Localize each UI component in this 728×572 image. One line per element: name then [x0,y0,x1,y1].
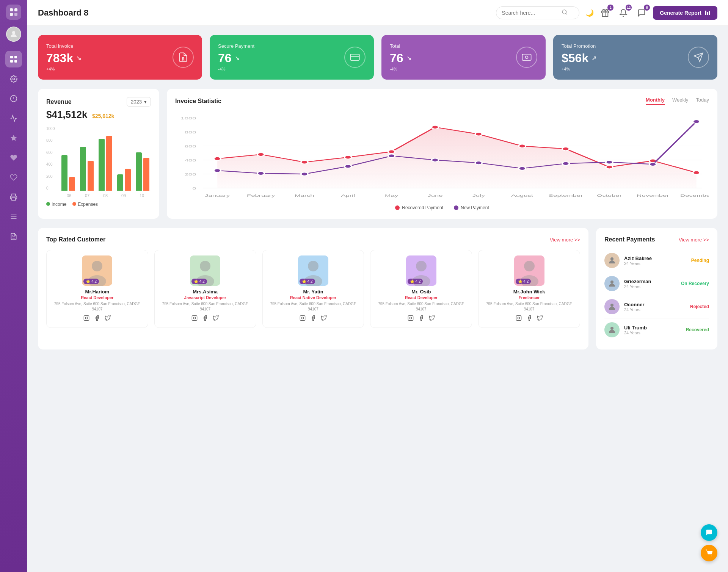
floating-buttons [701,524,717,561]
sidebar-item-menu[interactable] [5,208,22,225]
chat-icon-btn[interactable]: 5 [635,6,648,20]
twitter-icon[interactable] [321,315,327,322]
total-trend: -4% [390,67,411,71]
svg-point-97 [301,317,303,319]
payments-view-more[interactable]: View more >> [679,237,709,243]
sidebar-item-info[interactable] [5,90,22,107]
customers-view-more[interactable]: View more >> [550,237,580,243]
svg-rect-28 [350,54,359,60]
svg-point-59 [301,172,308,176]
svg-point-61 [388,154,395,158]
twitter-icon[interactable] [105,315,111,322]
total-invoice-value: 783k [46,51,73,65]
sidebar-item-settings[interactable] [5,71,22,87]
svg-point-91 [194,317,196,319]
customer-name: Mr.Hariom [50,289,144,295]
svg-rect-30 [522,54,531,60]
facebook-icon[interactable] [202,315,208,322]
svg-point-64 [519,167,526,170]
bar-x-label: 09 [115,193,133,198]
sidebar-item-star[interactable] [5,130,22,146]
customers-header: Top Rated Customer View more >> [46,236,580,243]
instagram-icon[interactable] [191,315,198,322]
sidebar-item-heart[interactable] [5,149,22,166]
income-bar [136,152,142,191]
income-bar [117,174,123,191]
svg-point-58 [257,172,265,175]
instagram-icon[interactable] [300,315,306,322]
secure-payment-trend: -4% [218,67,254,71]
bell-icon-btn[interactable]: 12 [617,6,630,20]
payments-header: Recent Payments View more >> [604,236,709,243]
svg-point-115 [708,556,709,556]
search-box[interactable] [496,6,579,19]
sidebar-item-print[interactable] [5,189,22,205]
svg-rect-90 [192,315,197,320]
user-avatar[interactable] [6,27,21,42]
header: Dashboard 8 🌙 2 [27,0,728,26]
invoice-tabs: Monthly Weekly Today [646,97,709,105]
generate-report-button[interactable]: Generate Report [653,6,717,20]
sidebar-item-analytics[interactable] [5,110,22,127]
svg-rect-26 [709,11,710,15]
invoice-title: Invoice Statistic [175,98,221,105]
total-promotion-label: Total Promotion [562,43,596,49]
chat-fab[interactable] [701,524,717,541]
svg-line-21 [566,13,567,14]
bar-group [60,155,76,191]
bar-x-label: 08 [96,193,115,198]
svg-point-68 [693,120,700,123]
facebook-icon[interactable] [94,315,100,322]
svg-point-113 [610,304,613,307]
sidebar-item-list[interactable] [5,228,22,245]
rating-badge: ⭐ 4.2 [83,279,99,284]
income-bar [61,155,67,191]
instagram-icon[interactable] [408,315,414,322]
svg-point-45 [214,157,221,160]
year-select[interactable]: 2023 ▾ [127,97,151,107]
facebook-icon[interactable] [526,315,532,322]
sidebar-item-heart-outline[interactable] [5,169,22,186]
facebook-icon[interactable] [418,315,424,322]
facebook-icon[interactable] [310,315,316,322]
payment-age: 24 Years [624,331,681,335]
svg-text:200: 200 [185,172,196,176]
svg-text:December: December [680,194,709,197]
page-title: Dashboard 8 [38,8,88,18]
customer-card: ⭐ 4.2 Mr. Yatin React Native Developer 7… [262,250,364,328]
svg-point-57 [214,169,221,172]
twitter-icon[interactable] [537,315,543,322]
svg-rect-6 [14,56,17,58]
cart-fab[interactable] [701,545,717,561]
gift-icon-btn[interactable]: 2 [598,6,612,20]
instagram-icon[interactable] [83,315,89,322]
customer-role: Javascript Developer [158,295,252,300]
svg-rect-14 [12,198,16,201]
dark-mode-toggle[interactable]: 🌙 [585,9,594,17]
twitter-icon[interactable] [213,315,219,322]
svg-text:October: October [597,194,622,197]
header-icons: 🌙 2 12 [585,6,717,20]
svg-rect-108 [516,315,521,320]
income-bar [99,139,105,191]
payment-item: Griezerman 24 Years On Recovery [604,272,709,295]
sidebar-item-dashboard[interactable] [5,51,22,67]
svg-point-111 [610,257,613,260]
svg-point-52 [519,144,526,148]
tab-monthly[interactable]: Monthly [646,97,665,105]
payment-name: Uli Trumb [624,325,681,331]
payment-age: 24 Years [624,307,686,312]
tab-weekly[interactable]: Weekly [672,97,688,105]
svg-rect-7 [10,60,13,63]
search-input[interactable] [502,10,559,16]
sidebar-logo[interactable] [6,5,21,20]
payment-info: Aziz Bakree 24 Years [624,255,687,266]
twitter-icon[interactable] [429,315,435,322]
svg-point-112 [610,281,613,284]
svg-point-63 [475,161,482,165]
instagram-icon[interactable] [516,315,522,322]
payment-name: Aziz Bakree [624,255,687,261]
tab-today[interactable]: Today [696,97,709,105]
expense-bar [106,136,112,191]
svg-point-20 [562,10,566,14]
